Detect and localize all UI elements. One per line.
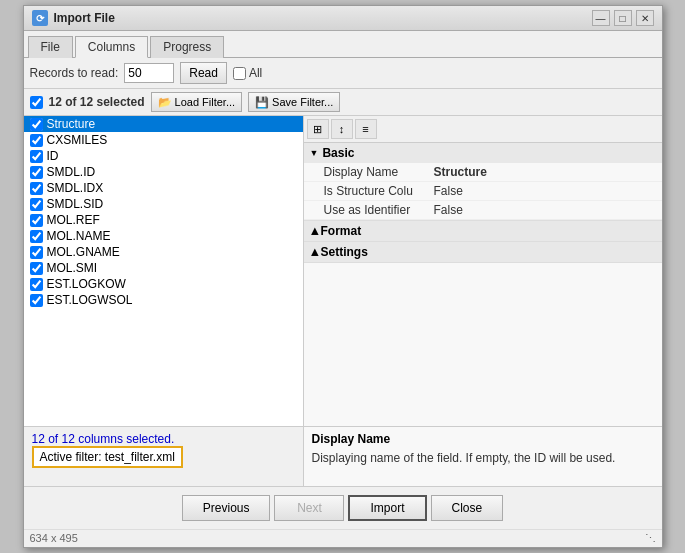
minimize-button[interactable]: —: [592, 10, 610, 26]
all-checkbox-group: All: [233, 66, 262, 80]
list-item[interactable]: EST.LOGKOW: [24, 276, 303, 292]
maximize-button[interactable]: □: [614, 10, 632, 26]
column-checkbox[interactable]: [30, 182, 43, 195]
column-label: EST.LOGWSOL: [47, 293, 133, 307]
column-checkbox[interactable]: [30, 198, 43, 211]
action-bar: Previous Next Import Close: [24, 486, 662, 529]
displayname-value: Structure: [434, 165, 487, 179]
isstructure-label: Is Structure Colu: [324, 184, 434, 198]
format-section-header[interactable]: ▶ Format: [304, 221, 662, 241]
description-text: Displaying name of the field. If empty, …: [312, 450, 654, 467]
import-button[interactable]: Import: [348, 495, 426, 521]
properties-panel: ⊞ ↕ ≡ ▼ Basic Display Name Structure Is …: [304, 116, 662, 426]
column-checkbox[interactable]: [30, 278, 43, 291]
load-filter-label: Load Filter...: [175, 96, 236, 108]
tab-file[interactable]: File: [28, 36, 73, 58]
list-item[interactable]: EST.LOGWSOL: [24, 292, 303, 308]
settings-section-label: Settings: [321, 245, 368, 259]
columns-selected-status: 12 of 12 columns selected.: [32, 432, 295, 446]
chevron-down-icon: ▼: [310, 148, 319, 158]
close-button[interactable]: Close: [431, 495, 504, 521]
list-item[interactable]: MOL.GNAME: [24, 244, 303, 260]
main-window: ⟳ Import File — □ ✕ File Columns Progres…: [23, 5, 663, 548]
bottom-section: 12 of 12 columns selected. Active filter…: [24, 426, 662, 486]
filter-bar: 12 of 12 selected 📂 Load Filter... 💾 Sav…: [24, 89, 662, 116]
column-label: SMDL.ID: [47, 165, 96, 179]
status-area: 12 of 12 columns selected. Active filter…: [24, 427, 304, 486]
settings-section: ▶ Settings: [304, 242, 662, 263]
prop-row-isstructure: Is Structure Colu False: [304, 182, 662, 201]
settings-section-header[interactable]: ▶ Settings: [304, 242, 662, 262]
column-label: MOL.REF: [47, 213, 100, 227]
column-list[interactable]: Structure CXSMILES ID SMDL.ID SMDL.IDX S…: [24, 116, 304, 426]
list-item[interactable]: Structure: [24, 116, 303, 132]
load-filter-button[interactable]: 📂 Load Filter...: [151, 92, 243, 112]
isstructure-value: False: [434, 184, 463, 198]
column-checkbox[interactable]: [30, 134, 43, 147]
close-window-button[interactable]: ✕: [636, 10, 654, 26]
list-item[interactable]: SMDL.SID: [24, 196, 303, 212]
sort-button[interactable]: ↕: [331, 119, 353, 139]
column-checkbox[interactable]: [30, 246, 43, 259]
grid-view-button[interactable]: ⊞: [307, 119, 329, 139]
list-item[interactable]: ID: [24, 148, 303, 164]
list-item[interactable]: SMDL.IDX: [24, 180, 303, 196]
column-count-label: 12 of 12 selected: [49, 95, 145, 109]
window-title: Import File: [54, 11, 115, 25]
column-label: MOL.SMI: [47, 261, 98, 275]
next-button[interactable]: Next: [274, 495, 344, 521]
tab-bar: File Columns Progress: [24, 31, 662, 58]
list-item[interactable]: CXSMILES: [24, 132, 303, 148]
tab-columns[interactable]: Columns: [75, 36, 148, 58]
read-button[interactable]: Read: [180, 62, 227, 84]
basic-section: ▼ Basic Display Name Structure Is Struct…: [304, 143, 662, 221]
chevron-right-icon-2: ▶: [308, 249, 318, 256]
column-checkbox[interactable]: [30, 294, 43, 307]
app-icon: ⟳: [32, 10, 48, 26]
list-item[interactable]: MOL.NAME: [24, 228, 303, 244]
select-all-checkbox[interactable]: [30, 96, 43, 109]
column-label: EST.LOGKOW: [47, 277, 126, 291]
column-checkbox[interactable]: [30, 118, 43, 131]
list-item[interactable]: SMDL.ID: [24, 164, 303, 180]
filter-props-button[interactable]: ≡: [355, 119, 377, 139]
description-title: Display Name: [312, 432, 654, 446]
useasid-value: False: [434, 203, 463, 217]
records-toolbar: Records to read: Read All: [24, 58, 662, 89]
records-label: Records to read:: [30, 66, 119, 80]
column-checkbox[interactable]: [30, 262, 43, 275]
records-input[interactable]: [124, 63, 174, 83]
previous-button[interactable]: Previous: [182, 495, 271, 521]
title-bar: ⟳ Import File — □ ✕: [24, 6, 662, 31]
column-label: SMDL.IDX: [47, 181, 104, 195]
column-label: MOL.GNAME: [47, 245, 120, 259]
all-label: All: [249, 66, 262, 80]
active-filter-badge: Active filter: test_filter.xml: [32, 446, 183, 468]
column-checkbox[interactable]: [30, 166, 43, 179]
tab-progress[interactable]: Progress: [150, 36, 224, 58]
column-checkbox[interactable]: [30, 150, 43, 163]
list-item[interactable]: MOL.SMI: [24, 260, 303, 276]
dimensions-label: 634 x 495: [30, 532, 78, 545]
basic-section-header[interactable]: ▼ Basic: [304, 143, 662, 163]
all-checkbox[interactable]: [233, 67, 246, 80]
save-icon: 💾: [255, 96, 269, 109]
column-checkbox[interactable]: [30, 214, 43, 227]
description-area: Display Name Displaying name of the fiel…: [304, 427, 662, 486]
prop-row-displayname: Display Name Structure: [304, 163, 662, 182]
basic-section-label: Basic: [322, 146, 354, 160]
load-icon: 📂: [158, 96, 172, 109]
column-label: SMDL.SID: [47, 197, 104, 211]
format-section-label: Format: [321, 224, 362, 238]
prop-row-useasid: Use as Identifier False: [304, 201, 662, 220]
column-label: Structure: [47, 117, 96, 131]
save-filter-label: Save Filter...: [272, 96, 333, 108]
format-section: ▶ Format: [304, 221, 662, 242]
props-toolbar: ⊞ ↕ ≡: [304, 116, 662, 143]
save-filter-button[interactable]: 💾 Save Filter...: [248, 92, 340, 112]
window-footer: 634 x 495 ⋱: [24, 529, 662, 547]
column-label: ID: [47, 149, 59, 163]
title-bar-left: ⟳ Import File: [32, 10, 115, 26]
list-item[interactable]: MOL.REF: [24, 212, 303, 228]
column-checkbox[interactable]: [30, 230, 43, 243]
